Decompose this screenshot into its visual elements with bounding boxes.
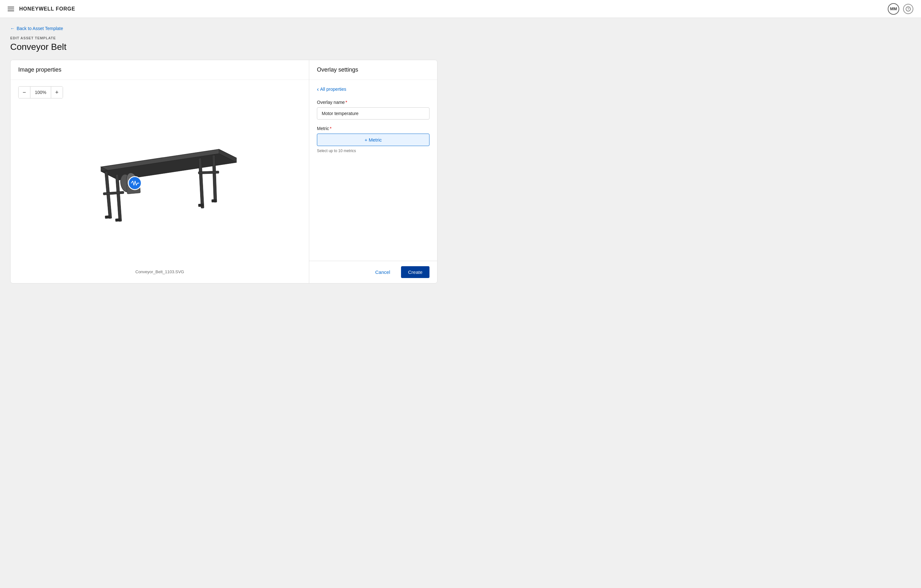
overlay-name-input[interactable] — [317, 107, 430, 120]
metric-field: Metric* + Metric Select up to 10 metrics — [317, 126, 430, 153]
zoom-out-button[interactable]: − — [18, 87, 30, 98]
overlay-panel-title: Overlay settings — [317, 67, 358, 73]
overlay-name-field: Overlay name* — [317, 100, 430, 120]
image-panel-title: Image properties — [18, 67, 62, 73]
all-properties-link[interactable]: ‹ All properties — [317, 86, 347, 92]
image-panel-body: − 100% + — [11, 80, 309, 283]
zoom-in-button[interactable]: + — [51, 87, 63, 98]
all-properties-chevron: ‹ — [317, 86, 319, 92]
top-nav: HONEYWELL FORGE MM ? — [0, 0, 921, 18]
nav-left: HONEYWELL FORGE — [8, 6, 75, 12]
avatar[interactable]: MM — [888, 3, 899, 15]
back-link-label: Back to Asset Template — [16, 26, 63, 31]
help-button[interactable]: ? — [903, 4, 913, 14]
back-arrow-icon: ← — [10, 26, 15, 31]
svg-rect-14 — [198, 203, 203, 207]
svg-rect-13 — [115, 218, 120, 221]
image-filename: Conveyor_Belt_1103.SVG — [135, 264, 184, 277]
overlay-panel: Overlay settings ‹ All properties Overla… — [309, 60, 437, 283]
add-metric-button[interactable]: + Metric — [317, 133, 430, 146]
svg-rect-10 — [103, 191, 124, 195]
section-label: EDIT ASSET TEMPLATE — [10, 36, 438, 40]
image-panel: Image properties − 100% + — [11, 60, 309, 283]
page-title: Conveyor Belt — [10, 42, 438, 52]
overlay-name-label: Overlay name* — [317, 100, 430, 105]
nav-right: MM ? — [888, 3, 913, 15]
zoom-value: 100% — [30, 87, 51, 98]
cancel-button[interactable]: Cancel — [368, 266, 397, 278]
create-button[interactable]: Create — [401, 266, 430, 278]
image-panel-header: Image properties — [11, 60, 309, 80]
metric-label: Metric* — [317, 126, 430, 131]
zoom-controls: − 100% + — [18, 86, 63, 98]
overlay-panel-header: Overlay settings — [309, 60, 437, 80]
overlay-panel-footer: Cancel Create — [309, 261, 437, 283]
main-card: Image properties − 100% + — [10, 60, 438, 283]
conveyor-svg — [83, 125, 237, 244]
page-content: ← Back to Asset Template EDIT ASSET TEMP… — [0, 18, 448, 291]
svg-text:?: ? — [907, 7, 909, 11]
all-properties-label: All properties — [320, 87, 347, 92]
svg-rect-15 — [212, 199, 217, 202]
metric-hint: Select up to 10 metrics — [317, 149, 430, 153]
svg-rect-12 — [104, 215, 110, 219]
overlay-panel-body: ‹ All properties Overlay name* Metric* +… — [309, 80, 437, 261]
back-link[interactable]: ← Back to Asset Template — [10, 26, 63, 31]
image-area — [18, 105, 301, 264]
hamburger-menu[interactable] — [8, 7, 14, 11]
brand-logo: HONEYWELL FORGE — [19, 6, 75, 12]
